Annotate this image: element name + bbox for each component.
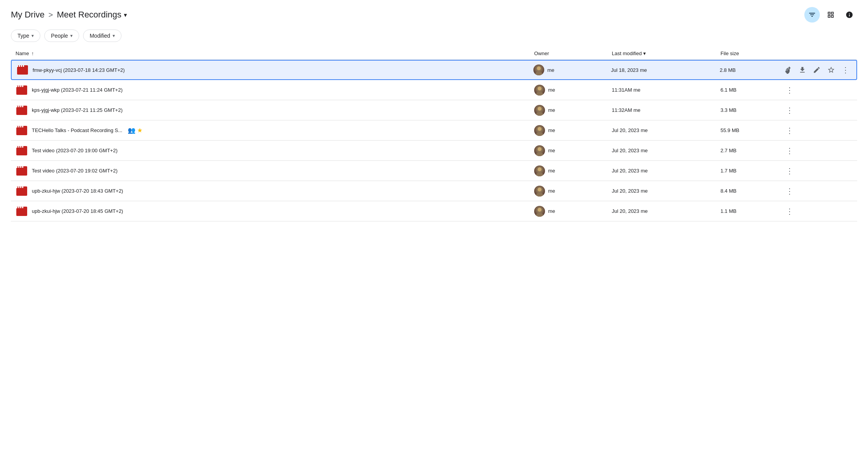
file-name: fmw-pkyy-vcj (2023-07-18 14:23 GMT+2) (33, 67, 125, 73)
filter-view-button[interactable] (804, 7, 820, 23)
table-row[interactable]: fmw-pkyy-vcj (2023-07-18 14:23 GMT+2) me… (11, 60, 857, 80)
owner-name: me (548, 188, 555, 194)
more-options-button[interactable]: ⋮ (783, 103, 797, 117)
shared-icon: 👥 (128, 127, 135, 134)
video-clapper-icon (16, 166, 27, 176)
modified-column-header[interactable]: Last modified ▾ (612, 50, 720, 56)
owner-cell: me (534, 105, 612, 116)
download-button[interactable] (796, 63, 809, 77)
avatar-img (534, 186, 545, 197)
type-filter-label: Type (17, 33, 29, 39)
video-clapper-icon (16, 106, 27, 115)
breadcrumb-separator: > (49, 10, 53, 19)
table-row[interactable]: upb-zkui-hjw (2023-07-20 18:43 GMT+2) me… (11, 181, 857, 201)
owner-cell: me (534, 145, 612, 156)
modified-filter-chevron: ▾ (113, 33, 115, 38)
table-row[interactable]: Test video (2023-07-20 19:00 GMT+2) me J… (11, 141, 857, 161)
svg-point-8 (538, 147, 542, 151)
file-name: Test video (2023-07-20 19:00 GMT+2) (32, 148, 118, 153)
modified-column-label: Last modified (612, 50, 642, 56)
file-icon (16, 84, 28, 96)
avatar (533, 64, 544, 75)
file-icon (16, 185, 28, 197)
row-actions: ⋮ (783, 144, 852, 158)
row-actions: ⋮ (783, 164, 852, 178)
more-options-button[interactable]: ⋮ (783, 184, 797, 198)
svg-point-0 (537, 66, 541, 70)
table-row[interactable]: Test video (2023-07-20 19:02 GMT+2) me J… (11, 161, 857, 181)
svg-point-7 (536, 132, 543, 136)
more-options-button[interactable]: ⋮ (783, 83, 797, 97)
table-header: Name ↑ Owner Last modified ▾ File size (11, 47, 857, 60)
avatar (534, 85, 545, 96)
avatar (534, 105, 545, 116)
current-folder-name: Meet Recordings (57, 10, 121, 20)
owner-name: me (547, 67, 554, 73)
grid-view-button[interactable] (823, 7, 838, 23)
more-options-button[interactable]: ⋮ (783, 204, 797, 218)
file-name: kps-yjgj-wkp (2023-07-21 11:25 GMT+2) (32, 107, 123, 113)
actions-column-header (783, 50, 852, 56)
file-name-cell: Test video (2023-07-20 19:00 GMT+2) (16, 144, 534, 157)
table-row[interactable]: kps-yjgj-wkp (2023-07-21 11:25 GMT+2) me… (11, 100, 857, 120)
table-body: fmw-pkyy-vcj (2023-07-18 14:23 GMT+2) me… (11, 60, 857, 221)
size-cell: 55.9 MB (720, 127, 783, 133)
owner-cell: me (534, 186, 612, 197)
file-name: TECHello Talks - Podcast Recording S... (32, 127, 122, 133)
row-actions: ⋮ (782, 63, 852, 77)
avatar-img (534, 145, 545, 156)
svg-point-13 (536, 193, 543, 197)
table-row[interactable]: upb-zkui-hjw (2023-07-20 18:45 GMT+2) me… (11, 201, 857, 221)
avatar-img (534, 206, 545, 217)
share-button[interactable] (782, 63, 795, 77)
owner-cell: me (534, 125, 612, 136)
edit-icon (813, 66, 821, 74)
owner-cell: me (534, 165, 612, 176)
avatar-img (534, 125, 545, 136)
name-column-label: Name (16, 50, 29, 56)
row-actions: ⋮ (783, 83, 852, 97)
avatar (534, 186, 545, 197)
people-filter-chevron: ▾ (70, 33, 73, 38)
star-icon: ★ (137, 127, 142, 134)
row-actions: ⋮ (783, 204, 852, 218)
file-badges: 👥 ★ (128, 127, 142, 134)
file-icon (16, 124, 28, 137)
more-options-button[interactable]: ⋮ (783, 164, 797, 178)
video-clapper-icon (16, 207, 27, 216)
modified-cell: Jul 20, 2023 me (612, 188, 720, 194)
current-folder-button[interactable]: Meet Recordings ▾ (57, 10, 127, 20)
header: My Drive > Meet Recordings ▾ (0, 0, 868, 26)
grid-icon (827, 11, 835, 19)
type-filter-chevron: ▾ (31, 33, 34, 38)
folder-dropdown-icon: ▾ (124, 11, 127, 19)
table-row[interactable]: TECHello Talks - Podcast Recording S... … (11, 120, 857, 141)
type-filter-button[interactable]: Type ▾ (11, 30, 40, 42)
info-button[interactable] (842, 7, 857, 23)
name-column-header[interactable]: Name ↑ (16, 50, 534, 56)
modified-cell: 11:32AM me (612, 107, 720, 113)
avatar-img (534, 165, 545, 176)
more-options-button[interactable]: ⋮ (839, 63, 852, 77)
people-filter-button[interactable]: People ▾ (44, 30, 79, 42)
modified-cell: Jul 20, 2023 me (612, 208, 720, 214)
more-options-button[interactable]: ⋮ (783, 124, 797, 137)
modified-filter-button[interactable]: Modified ▾ (83, 30, 122, 42)
file-name: upb-zkui-hjw (2023-07-20 18:43 GMT+2) (32, 188, 123, 194)
star-button[interactable] (825, 63, 837, 77)
filter-icon (808, 11, 816, 19)
table-row[interactable]: kps-yjgj-wkp (2023-07-21 11:24 GMT+2) me… (11, 80, 857, 100)
owner-name: me (548, 87, 555, 93)
svg-point-9 (536, 152, 543, 156)
download-icon (799, 66, 806, 74)
more-options-button[interactable]: ⋮ (783, 144, 797, 158)
file-icon (16, 144, 28, 157)
file-name-cell: kps-yjgj-wkp (2023-07-21 11:25 GMT+2) (16, 104, 534, 117)
rename-button[interactable] (811, 63, 823, 77)
my-drive-link[interactable]: My Drive (11, 10, 45, 20)
info-icon (845, 11, 853, 19)
svg-point-5 (536, 112, 543, 116)
size-cell: 6.1 MB (720, 87, 783, 93)
file-icon (16, 165, 28, 177)
avatar-img (534, 85, 545, 96)
